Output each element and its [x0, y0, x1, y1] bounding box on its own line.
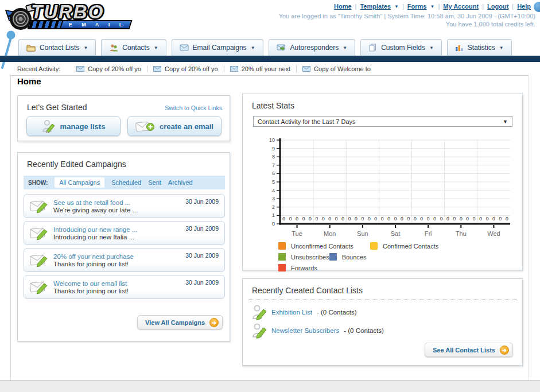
person-pencil-icon — [252, 323, 267, 339]
dotted-divider — [248, 300, 517, 300]
svg-text:6: 6 — [272, 170, 275, 176]
campaign-subtitle: Introducing our new Italia ... — [53, 234, 137, 240]
nav-link-templates[interactable]: Templates — [360, 3, 391, 10]
svg-text:0: 0 — [440, 216, 443, 222]
tab-label: Statistics — [468, 44, 495, 52]
activity-item-label: Copy of 20% off yo — [88, 65, 141, 72]
filter-scheduled[interactable]: Scheduled — [111, 179, 141, 186]
tab-label: Custom Fields — [381, 44, 425, 52]
envelope-arrow-icon — [277, 44, 286, 52]
stats-chart: 01234567891000000Tue00000Mon00000Sun0000… — [253, 133, 512, 244]
recent-activity-item[interactable]: Copy of 20% off yo — [71, 65, 147, 72]
stats-report-select[interactable]: Contact Activity for the Last 7 Days ▼ — [253, 116, 512, 127]
campaign-text: Introducing our new range ... Introducin… — [53, 226, 137, 240]
contact-list-name-link[interactable]: Exhibition List — [271, 309, 312, 316]
tab-autoresponders[interactable]: Autoresponders ▼ — [269, 39, 356, 56]
filter-sent[interactable]: Sent — [148, 179, 161, 186]
envelope-pencil-icon — [30, 226, 48, 240]
show-label: SHOW: — [28, 180, 48, 186]
svg-text:0: 0 — [427, 216, 430, 222]
activity-item-label: Copy of 20% off yo — [165, 65, 218, 72]
create-email-label: create an email — [160, 122, 213, 131]
svg-text:Sun: Sun — [357, 230, 368, 237]
svg-text:10: 10 — [269, 137, 275, 143]
campaign-row[interactable]: Introducing our new range ... Introducin… — [24, 221, 225, 245]
switch-to-quick-links-link[interactable]: Switch to Quick Links — [165, 104, 222, 111]
nav-link-my-account[interactable]: My Account — [443, 3, 479, 10]
campaign-title-link[interactable]: Introducing our new range ... — [53, 226, 137, 233]
view-all-campaigns-button[interactable]: View All Campaigns ➔ — [137, 315, 223, 329]
svg-text:0: 0 — [479, 216, 482, 222]
svg-text:0: 0 — [492, 216, 495, 222]
recent-activity-item[interactable]: Copy of Welcome to — [297, 65, 376, 72]
recent-activity-item[interactable]: Copy of 20% off yo — [147, 65, 224, 72]
nav-link-help[interactable]: Help — [517, 3, 531, 10]
legend-item: Forwards — [278, 264, 370, 271]
svg-text:Mon: Mon — [324, 230, 336, 237]
campaign-row[interactable]: See us at the retail food ... We're givi… — [24, 194, 225, 218]
tab-custom-fields[interactable]: Custom Fields ▼ — [360, 39, 442, 56]
nav-link-forms[interactable]: Forms — [407, 3, 427, 10]
create-email-button[interactable]: create an email — [127, 117, 222, 136]
nav-link-home[interactable]: Home — [334, 3, 352, 10]
chevron-down-icon: ▼ — [343, 45, 347, 51]
svg-text:0: 0 — [381, 216, 384, 222]
filter-all-campaigns[interactable]: All Campaigns — [55, 177, 104, 188]
svg-text:7: 7 — [272, 162, 275, 168]
contact-list-item[interactable]: Newsletter Subscribers - (0 Contacts) — [252, 323, 384, 339]
svg-text:Tue: Tue — [292, 230, 302, 237]
legend-item: Unconfirmed Contacts — [278, 242, 370, 250]
recent-activity-bar: Recent Activity: Copy of 20% off yo Copy… — [17, 63, 376, 75]
envelope-icon — [153, 66, 161, 72]
tab-contact-lists[interactable]: Contact Lists ▼ — [18, 39, 96, 56]
campaign-row[interactable]: 20% off your next purchase Thanks for jo… — [24, 248, 225, 272]
svg-text:0: 0 — [296, 216, 298, 222]
svg-text:0: 0 — [499, 216, 502, 222]
svg-text:2: 2 — [272, 204, 275, 210]
svg-text:1: 1 — [272, 212, 275, 218]
stats-report-selected-value: Contact Activity for the Last 7 Days — [258, 118, 356, 125]
campaign-title-link[interactable]: Welcome to our email list — [53, 280, 129, 287]
nav-link-logout[interactable]: Logout — [487, 3, 508, 10]
legend-label: Unconfirmed Contacts — [291, 243, 353, 250]
people-icon — [109, 44, 118, 52]
envelope-icon — [76, 66, 84, 72]
tab-label: Contacts — [122, 44, 149, 52]
chevron-down-icon: ▼ — [154, 45, 158, 51]
svg-text:0: 0 — [322, 216, 325, 222]
see-all-contact-lists-button[interactable]: See All Contact Lists ➔ — [425, 343, 513, 357]
svg-text:0: 0 — [460, 216, 463, 222]
chevron-down-icon: ▼ — [499, 45, 504, 51]
campaign-row[interactable]: Welcome to our email list Thanks for joi… — [24, 275, 225, 299]
folder-icon — [26, 44, 36, 52]
nav-separator: | — [482, 3, 484, 10]
svg-text:0: 0 — [374, 216, 377, 222]
svg-text:0: 0 — [486, 216, 489, 222]
recent-activity-item[interactable]: 20% off your next — [224, 65, 297, 72]
svg-text:0: 0 — [368, 216, 371, 222]
tab-label: Autoresponders — [290, 44, 339, 52]
activity-item-label: 20% off your next — [242, 65, 290, 72]
contact-list-count: - (0 Contacts) — [344, 327, 384, 334]
legend-item: Bounces — [329, 253, 421, 261]
contact-list-item[interactable]: Exhibition List - (0 Contacts) — [252, 304, 357, 320]
tab-email-campaigns[interactable]: Email Campaigns ▼ — [172, 39, 263, 56]
legend-label: Bounces — [342, 254, 367, 261]
manage-lists-button[interactable]: manage lists — [26, 117, 121, 136]
contact-list-name-link[interactable]: Newsletter Subscribers — [271, 327, 339, 334]
tab-contacts[interactable]: Contacts ▼ — [101, 39, 166, 56]
legend-item: Unsubscribes — [278, 253, 329, 261]
svg-text:0: 0 — [348, 216, 351, 222]
campaign-title-link[interactable]: See us at the retail food ... — [53, 199, 138, 206]
footer-strip — [0, 380, 540, 392]
svg-text:0: 0 — [335, 216, 338, 222]
campaign-title-link[interactable]: 20% off your next purchase — [53, 253, 134, 260]
balloon-string-decoration — [0, 30, 20, 70]
filter-archived[interactable]: Archived — [168, 179, 193, 186]
svg-text:0: 0 — [401, 216, 403, 222]
tab-statistics[interactable]: Statistics ▼ — [447, 39, 512, 56]
turbo-email-logo[interactable]: TURBO E M A I L — [5, 2, 142, 33]
nav-separator: | — [438, 3, 440, 10]
envelope-icon — [302, 66, 310, 72]
view-all-campaigns-label: View All Campaigns — [145, 319, 205, 326]
